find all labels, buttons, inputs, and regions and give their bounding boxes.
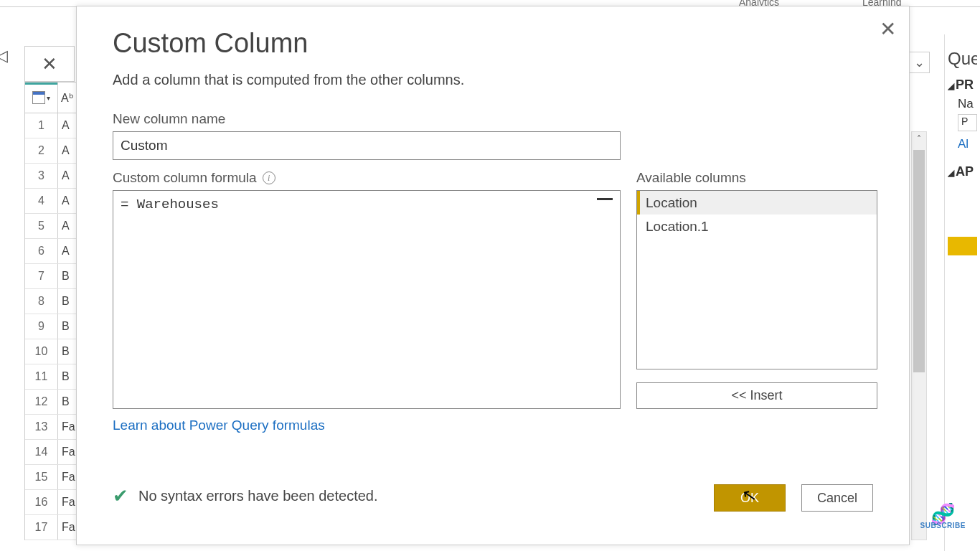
scroll-up-icon[interactable]: ˄ [912,132,926,146]
table-row[interactable]: 13Fa [25,415,78,440]
queries-header: Que [948,49,977,69]
table-row[interactable]: 7B [25,264,78,289]
table-row[interactable]: 8B [25,289,78,314]
table-row[interactable]: 10B [25,339,78,364]
dialog-title: Custom Column [113,28,873,59]
table-row[interactable]: 4A [25,189,78,214]
info-icon[interactable]: i [263,171,275,184]
table-row[interactable]: 17Fa [25,515,78,540]
dialog-subtitle: Add a column that is computed from the o… [113,72,873,88]
available-columns-list[interactable]: Location Location.1 [636,190,877,369]
formula-label: Custom column formula [113,170,257,186]
learn-link[interactable]: Learn about Power Query formulas [113,418,325,433]
cancel-button[interactable]: Cancel [801,484,873,512]
grid-header-row: ▾ Aᵇ [25,83,78,113]
data-grid: ▾ Aᵇ 1A 2A 3A 4A 5A 6A 7B 8B 9B 10B 11B … [24,82,78,540]
formula-bar-cancel[interactable]: ✕ [24,46,75,82]
column-header[interactable]: Aᵇ [58,83,78,113]
dialog-close-button[interactable]: ✕ [880,19,896,39]
dna-icon: 🧬 [920,507,966,522]
grid-scrollbar[interactable]: ˄ [911,131,927,540]
chevron-down-icon: ⌄ [914,55,925,70]
collapse-panel-icon[interactable]: ◁ [0,47,14,68]
subscribe-watermark: 🧬 SUBSCRIBE [920,507,966,529]
formula-bar-expand[interactable]: ⌄ [908,52,930,73]
applied-step-active[interactable] [948,237,977,255]
formula-caret-indicator [597,198,613,200]
table-row[interactable]: 9B [25,314,78,339]
table-row[interactable]: 6A [25,239,78,264]
available-column-item[interactable]: Location.1 [637,215,877,238]
properties-header: ◢PR [948,77,977,93]
table-row[interactable]: 12B [25,390,78,415]
available-column-item[interactable]: Location [637,191,877,215]
column-name-label: New column name [113,111,873,127]
table-row[interactable]: 2A [25,138,78,164]
table-row[interactable]: 14Fa [25,440,78,465]
column-name-input[interactable] [113,131,621,160]
validation-status-text: No syntax errors have been detected. [138,488,378,504]
table-row[interactable]: 5A [25,214,78,239]
table-row[interactable]: 11B [25,364,78,390]
table-row[interactable]: 15Fa [25,465,78,490]
custom-column-dialog: ✕ Custom Column Add a column that is com… [76,6,910,545]
available-columns-label: Available columns [636,170,877,186]
insert-button[interactable]: << Insert [636,382,877,409]
scroll-thumb[interactable] [913,150,925,372]
table-menu-icon[interactable]: ▾ [25,83,58,113]
formula-input[interactable]: = Warehouses [113,190,621,409]
all-properties-link[interactable]: Al [958,137,977,151]
query-settings-panel: Que ◢PR Na P Al ◢AP [944,34,980,551]
table-row[interactable]: 3A [25,164,78,189]
name-label: Na [958,97,977,111]
applied-steps-header: ◢AP [948,164,977,179]
table-row[interactable]: 1A [25,113,78,138]
close-icon: ✕ [42,53,57,75]
checkmark-icon: ✔ [113,485,128,507]
ok-button[interactable]: OK [714,484,786,512]
table-row[interactable]: 16Fa [25,490,78,515]
query-name-input[interactable]: P [958,114,977,131]
